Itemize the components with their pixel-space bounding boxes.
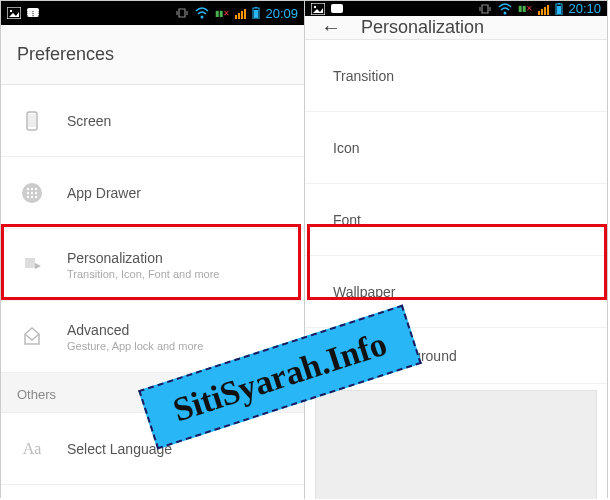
svg-rect-33 [557, 6, 561, 14]
list-item-font[interactable]: Font [305, 184, 607, 256]
screen-icon [19, 108, 45, 134]
app-bar: ← Personalization [305, 16, 607, 40]
svg-point-23 [35, 195, 37, 197]
item-label: Screen [67, 113, 111, 129]
preferences-list: Screen App Drawer Personalization Transi… [1, 85, 304, 499]
item-label: Advanced [67, 322, 203, 338]
svg-rect-28 [538, 11, 540, 15]
signal-icon [538, 3, 550, 15]
svg-rect-11 [255, 7, 257, 8]
screen-personalization: ▮▮✕ 20:10 ← Personalization Transition I… [304, 1, 607, 499]
svg-rect-31 [547, 5, 549, 15]
svg-rect-8 [244, 9, 246, 19]
picture-icon [311, 3, 325, 15]
bbm-icon [330, 3, 344, 15]
status-bar: ▮▮✕ 20:10 [305, 1, 607, 16]
svg-rect-13 [28, 114, 36, 127]
language-icon: Aa [19, 436, 45, 462]
svg-text:⋮⋮⋮: ⋮⋮⋮ [26, 10, 40, 17]
svg-rect-30 [544, 7, 546, 15]
personalization-icon [19, 252, 45, 278]
item-label: Drawer Background [333, 348, 457, 364]
svg-point-19 [31, 191, 33, 193]
svg-point-25 [314, 5, 316, 7]
svg-point-15 [27, 187, 29, 189]
item-sublabel: Gesture, App lock and more [67, 340, 203, 352]
clock-text: 20:10 [568, 1, 601, 16]
page-title: Preferences [17, 44, 114, 65]
item-label: Wallpaper [333, 284, 396, 300]
battery-icon [252, 7, 260, 19]
preview-area [315, 390, 597, 499]
list-item-personalization[interactable]: Personalization Transition, Icon, Font a… [1, 229, 304, 301]
item-sublabel: Transition, Icon, Font and more [67, 268, 219, 280]
svg-point-1 [10, 10, 12, 12]
bbm-icon: ⋮⋮⋮ [26, 7, 40, 19]
wifi-icon [194, 7, 210, 19]
network-icon: ▮▮✕ [518, 4, 533, 13]
item-label: Select Language [67, 441, 172, 457]
item-label: Personalization [67, 250, 219, 266]
frame: ⋮⋮⋮ ▮▮✕ 20:09 Preferences Screen App Dra… [0, 0, 608, 498]
item-label: Font [333, 212, 361, 228]
list-item-icon[interactable]: Icon [305, 112, 607, 184]
svg-rect-10 [254, 10, 258, 18]
list-item-app-drawer[interactable]: App Drawer [1, 157, 304, 229]
svg-point-22 [31, 195, 33, 197]
item-label: App Drawer [67, 185, 141, 201]
svg-rect-29 [541, 9, 543, 15]
list-item-transition[interactable]: Transition [305, 40, 607, 112]
svg-point-20 [35, 191, 37, 193]
section-others: Others [1, 373, 304, 413]
signal-icon [235, 7, 247, 19]
app-drawer-icon [19, 180, 45, 206]
advanced-icon [19, 324, 45, 350]
vibrate-icon [175, 7, 189, 19]
svg-rect-7 [241, 11, 243, 19]
battery-icon [555, 3, 563, 15]
svg-rect-6 [238, 13, 240, 19]
item-label: Icon [333, 140, 359, 156]
svg-point-27 [504, 11, 507, 14]
list-item-drawer-background[interactable]: Drawer Background [305, 328, 607, 384]
svg-point-4 [201, 16, 204, 19]
list-item-advanced[interactable]: Advanced Gesture, App lock and more [1, 301, 304, 373]
picture-icon [7, 7, 21, 19]
list-item-select-language[interactable]: Aa Select Language [1, 413, 304, 485]
page-title: Personalization [361, 17, 484, 38]
svg-point-17 [35, 187, 37, 189]
svg-point-18 [27, 191, 29, 193]
personalization-list: Transition Icon Font Wallpaper Drawer Ba… [305, 40, 607, 499]
list-item-wallpaper[interactable]: Wallpaper [305, 256, 607, 328]
screen-preferences: ⋮⋮⋮ ▮▮✕ 20:09 Preferences Screen App Dra… [1, 1, 304, 499]
app-bar: Preferences [1, 25, 304, 85]
wifi-icon [497, 3, 513, 15]
item-label: Transition [333, 68, 394, 84]
svg-rect-5 [235, 15, 237, 19]
list-item-screen[interactable]: Screen [1, 85, 304, 157]
vibrate-icon [478, 3, 492, 15]
svg-point-21 [27, 195, 29, 197]
svg-rect-34 [558, 3, 560, 4]
network-icon: ▮▮✕ [215, 9, 230, 18]
back-button[interactable]: ← [321, 16, 341, 39]
clock-text: 20:09 [265, 6, 298, 21]
svg-point-16 [31, 187, 33, 189]
status-bar: ⋮⋮⋮ ▮▮✕ 20:09 [1, 1, 304, 25]
svg-rect-26 [331, 4, 343, 13]
